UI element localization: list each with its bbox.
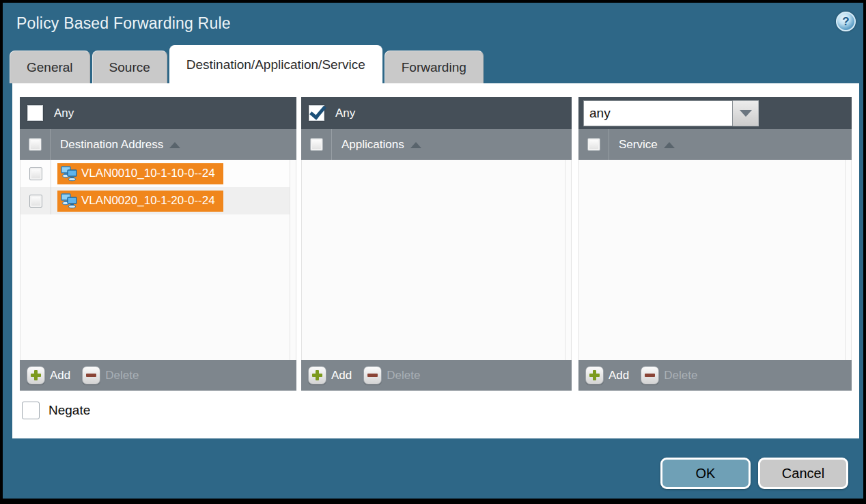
applications-actions-bar: Add Delete [301, 360, 572, 391]
tab-general[interactable]: General [10, 51, 90, 83]
delete-button[interactable]: Delete [387, 369, 420, 382]
negate-checkbox[interactable] [22, 402, 40, 419]
applications-panel: Any Applications Add Delete [301, 97, 572, 391]
destination-select-all-checkbox[interactable] [29, 138, 42, 151]
service-dropdown-value[interactable]: any [583, 100, 733, 126]
applications-column-header: Applications [301, 129, 572, 160]
destination-actions-bar: Add Delete [20, 360, 296, 391]
cancel-button[interactable]: Cancel [758, 458, 848, 489]
delete-button[interactable]: Delete [664, 369, 697, 382]
applications-any-bar: Any [301, 97, 572, 129]
destination-address-panel: Any Destination Address [20, 97, 296, 391]
table-row: VLAN0020_10-1-20-0--24 [20, 187, 290, 214]
table-row: VLAN0010_10-1-10-0--24 [20, 160, 290, 187]
service-list [578, 160, 852, 360]
add-button[interactable]: Add [50, 369, 70, 382]
destination-any-bar: Any [20, 97, 296, 129]
delete-button[interactable]: Delete [105, 369, 139, 382]
dialog-title: Policy Based Forwarding Rule [16, 14, 231, 33]
applications-list [301, 160, 572, 360]
ok-button[interactable]: OK [660, 458, 751, 489]
service-select-all-checkbox[interactable] [587, 138, 600, 151]
sort-ascending-icon[interactable] [664, 142, 675, 148]
service-column-header: Service [578, 129, 852, 160]
destination-address-label: VLAN0010_10-1-10-0--24 [81, 167, 215, 180]
negate-label: Negate [48, 403, 90, 418]
destination-address-label: VLAN0020_10-1-20-0--24 [81, 194, 215, 208]
panels-container: Any Destination Address [20, 97, 852, 391]
help-icon[interactable]: ? [836, 12, 856, 31]
applications-any-checkbox[interactable] [309, 105, 324, 121]
service-dropdown[interactable]: any [583, 100, 759, 126]
add-button[interactable]: Add [331, 369, 352, 382]
destination-column-title: Destination Address [60, 138, 163, 152]
sort-ascending-icon[interactable] [410, 142, 421, 148]
applications-column-title: Applications [341, 138, 404, 152]
row-checkbox[interactable] [29, 195, 42, 208]
tab-destination-application-service[interactable]: Destination/Application/Service [169, 45, 382, 83]
service-actions-bar: Add Delete [578, 360, 852, 391]
destination-list: VLAN0010_10-1-10-0--24 [20, 160, 296, 360]
delete-icon[interactable] [363, 366, 382, 384]
destination-any-label: Any [54, 107, 74, 120]
applications-any-label: Any [335, 107, 355, 120]
tab-bar: General Source Destination/Application/S… [10, 45, 484, 83]
tab-source[interactable]: Source [92, 51, 167, 83]
delete-icon[interactable] [641, 366, 659, 384]
delete-icon[interactable] [82, 366, 100, 384]
network-address-icon [60, 165, 78, 182]
destination-any-checkbox[interactable] [27, 105, 43, 121]
sort-ascending-icon[interactable] [169, 142, 180, 148]
negate-row: Negate [22, 402, 90, 419]
network-address-icon [60, 193, 78, 209]
service-panel: any Service Add Delete [578, 97, 852, 391]
dropdown-button[interactable] [733, 100, 759, 126]
service-column-title: Service [619, 138, 658, 152]
add-icon[interactable] [585, 366, 604, 384]
add-icon[interactable] [27, 366, 45, 384]
destination-address-item[interactable]: VLAN0020_10-1-20-0--24 [57, 191, 223, 212]
destination-column-header: Destination Address [20, 129, 296, 160]
applications-select-all-checkbox[interactable] [310, 138, 323, 151]
destination-address-item[interactable]: VLAN0010_10-1-10-0--24 [57, 163, 223, 184]
add-icon[interactable] [308, 366, 326, 384]
tab-content: Any Destination Address [12, 83, 859, 438]
add-button[interactable]: Add [609, 369, 629, 382]
chevron-down-icon [740, 110, 752, 117]
tab-forwarding[interactable]: Forwarding [385, 51, 484, 83]
policy-based-forwarding-dialog: Policy Based Forwarding Rule ? General S… [0, 0, 866, 504]
row-checkbox[interactable] [29, 167, 42, 180]
service-dropdown-bar: any [578, 97, 852, 129]
